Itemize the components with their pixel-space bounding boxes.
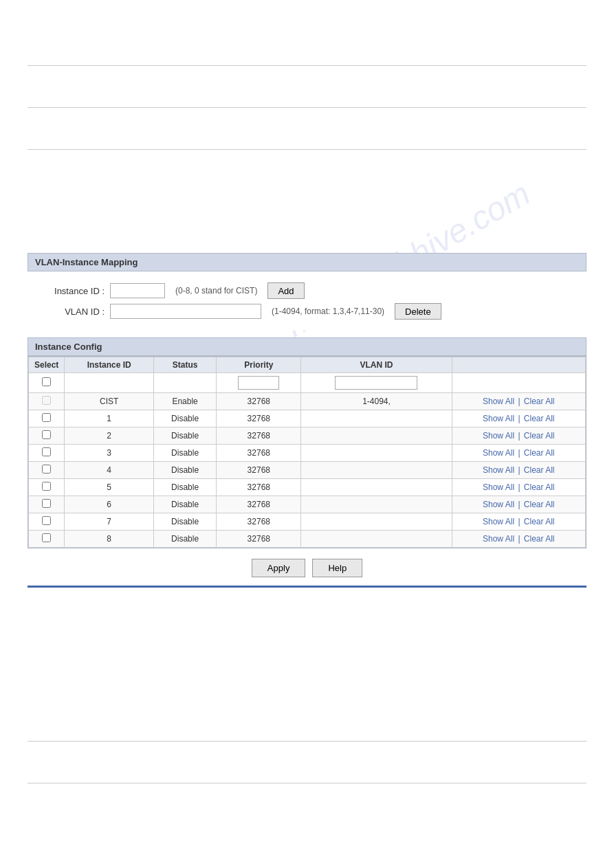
clear-all-link-6[interactable]: Clear All — [524, 500, 555, 509]
row-status: Disable — [153, 427, 216, 445]
clear-all-link-8[interactable]: Clear All — [524, 534, 555, 544]
row-status: Enable — [153, 393, 216, 410]
col-priority: Priority — [217, 357, 301, 373]
show-all-link-4[interactable]: Show All — [483, 465, 514, 475]
row-instance-id: 2 — [65, 427, 154, 445]
clear-all-link-5[interactable]: Clear All — [524, 482, 555, 492]
clear-all-link-0[interactable]: Clear All — [524, 397, 555, 406]
vlan-id-input[interactable] — [110, 304, 261, 319]
show-all-link-6[interactable]: Show All — [483, 500, 514, 509]
clear-all-link-4[interactable]: Clear All — [524, 465, 555, 475]
row-vlan-id — [301, 445, 452, 462]
row-actions: Show All | Clear All — [452, 479, 585, 496]
row-select-cell — [29, 445, 65, 462]
instance-id-input[interactable] — [110, 283, 165, 298]
status-cell-input — [153, 373, 216, 393]
row-select-cell — [29, 531, 65, 548]
show-all-link-5[interactable]: Show All — [483, 482, 514, 492]
link-separator: | — [516, 482, 523, 492]
row-status: Disable — [153, 445, 216, 462]
instance-config-section: Instance Config Select Instance ID Statu… — [28, 337, 586, 548]
row-actions: Show All | Clear All — [452, 462, 585, 479]
row-instance-id: CIST — [65, 393, 154, 410]
bottom-blue-bar — [28, 586, 586, 588]
vlanid-filter-input[interactable] — [335, 376, 417, 390]
table-input-row — [29, 373, 586, 393]
row-instance-id: 5 — [65, 479, 154, 496]
clear-all-link-3[interactable]: Clear All — [524, 448, 555, 458]
row-checkbox-8[interactable] — [42, 533, 51, 542]
table-row: 8Disable32768Show All | Clear All — [29, 531, 586, 548]
show-all-link-2[interactable]: Show All — [483, 431, 514, 441]
row-vlan-id — [301, 410, 452, 427]
link-separator: | — [516, 517, 523, 526]
col-instance-id: Instance ID — [65, 357, 154, 373]
help-button[interactable]: Help — [312, 559, 362, 577]
delete-button[interactable]: Delete — [395, 303, 441, 320]
show-all-link-8[interactable]: Show All — [483, 534, 514, 544]
row-checkbox-3[interactable] — [42, 447, 51, 456]
instance-config-title: Instance Config — [28, 337, 586, 356]
row-checkbox-4[interactable] — [42, 465, 51, 474]
link-separator: | — [516, 465, 523, 475]
row-instance-id: 1 — [65, 410, 154, 427]
clear-all-link-1[interactable]: Clear All — [524, 414, 555, 423]
row-status: Disable — [153, 479, 216, 496]
action-cell-input — [452, 373, 585, 393]
row-select-cell — [29, 513, 65, 531]
row-vlan-id — [301, 496, 452, 513]
table-header-row: Select Instance ID Status Priority VLAN … — [29, 357, 586, 373]
clear-all-link-2[interactable]: Clear All — [524, 431, 555, 441]
row-priority: 32768 — [217, 445, 301, 462]
row-actions: Show All | Clear All — [452, 410, 585, 427]
show-all-link-1[interactable]: Show All — [483, 414, 514, 423]
clear-all-link-7[interactable]: Clear All — [524, 517, 555, 526]
row-status: Disable — [153, 462, 216, 479]
apply-button[interactable]: Apply — [252, 559, 306, 577]
priority-filter-input[interactable] — [238, 376, 279, 390]
link-separator: | — [516, 500, 523, 509]
col-status: Status — [153, 357, 216, 373]
row-actions: Show All | Clear All — [452, 393, 585, 410]
row-instance-id: 4 — [65, 462, 154, 479]
row-instance-id: 7 — [65, 513, 154, 531]
row-priority: 32768 — [217, 393, 301, 410]
instance-id-hint: (0-8, 0 stand for CIST) — [175, 286, 257, 296]
row-checkbox-0[interactable] — [42, 396, 51, 405]
row-priority: 32768 — [217, 462, 301, 479]
row-instance-id: 3 — [65, 445, 154, 462]
bottom-buttons: Apply Help — [28, 559, 586, 577]
col-select: Select — [29, 357, 65, 373]
top-divider — [28, 65, 586, 66]
lower-divider-2 — [28, 783, 586, 783]
table-row: 2Disable32768Show All | Clear All — [29, 427, 586, 445]
vlan-id-hint: (1-4094, format: 1,3,4-7,11-30) — [272, 307, 384, 316]
table-row: CISTEnable327681-4094,Show All | Clear A… — [29, 393, 586, 410]
show-all-link-0[interactable]: Show All — [483, 397, 514, 406]
row-checkbox-7[interactable] — [42, 516, 51, 525]
col-vlan-id: VLAN ID — [301, 357, 452, 373]
instance-id-cell-input — [65, 373, 154, 393]
row-select-cell — [29, 479, 65, 496]
table-row: 4Disable32768Show All | Clear All — [29, 462, 586, 479]
row-actions: Show All | Clear All — [452, 496, 585, 513]
add-button[interactable]: Add — [267, 282, 304, 299]
vlan-id-label: VLAN ID : — [41, 307, 110, 317]
row-checkbox-5[interactable] — [42, 482, 51, 491]
row-vlan-id — [301, 479, 452, 496]
divider-3 — [28, 149, 586, 150]
row-checkbox-1[interactable] — [42, 413, 51, 422]
select-all-checkbox[interactable] — [42, 377, 51, 386]
row-checkbox-2[interactable] — [42, 430, 51, 439]
row-instance-id: 6 — [65, 496, 154, 513]
row-vlan-id — [301, 427, 452, 445]
row-status: Disable — [153, 496, 216, 513]
table-row: 6Disable32768Show All | Clear All — [29, 496, 586, 513]
show-all-link-7[interactable]: Show All — [483, 517, 514, 526]
row-checkbox-6[interactable] — [42, 499, 51, 508]
vlan-instance-mapping-title: VLAN-Instance Mapping — [28, 253, 586, 271]
row-status: Disable — [153, 513, 216, 531]
row-instance-id: 8 — [65, 531, 154, 548]
show-all-link-3[interactable]: Show All — [483, 448, 514, 458]
instance-id-label: Instance ID : — [41, 286, 110, 296]
